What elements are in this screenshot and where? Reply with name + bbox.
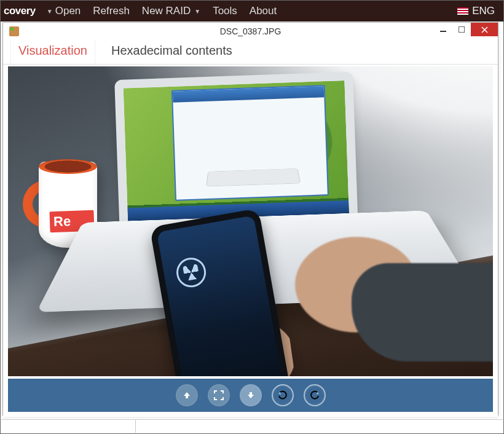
close-icon: [481, 26, 488, 33]
maximize-icon: [459, 26, 465, 33]
window-title: DSC_0387.JPG: [3, 26, 498, 36]
tab-hexadecimal-label: Hexadecimal contents: [111, 44, 232, 57]
minimize-icon: [440, 26, 446, 33]
minimize-button[interactable]: [434, 23, 452, 36]
chevron-down-icon: ▼: [194, 8, 200, 15]
app-icon: [9, 26, 19, 36]
menu-new-raid[interactable]: New RAID ▼: [142, 5, 200, 17]
viewer-area: Re: [3, 66, 498, 417]
main-menubar: covery ▼ Open Refresh New RAID ▼ Tools A…: [1, 1, 503, 22]
rotate-right-button[interactable]: [304, 384, 326, 406]
menu-tools-label: Tools: [213, 5, 237, 17]
titlebar[interactable]: DSC_0387.JPG: [3, 23, 498, 40]
preview-image[interactable]: Re: [8, 66, 493, 376]
preview-tabs: Visualization Hexadecimal contents: [3, 40, 498, 65]
menu-about[interactable]: About: [250, 5, 277, 17]
app-brand-fragment: covery: [4, 5, 36, 17]
image-toolbar: [8, 379, 493, 412]
close-button[interactable]: [471, 23, 498, 36]
svg-rect-0: [440, 31, 446, 32]
language-code: ENG: [472, 5, 495, 17]
maximize-button[interactable]: [452, 23, 471, 36]
menu-refresh[interactable]: Refresh: [93, 5, 130, 17]
splitter[interactable]: [135, 420, 136, 433]
arrow-up-icon: [182, 390, 192, 400]
undo-icon: [278, 390, 288, 400]
menu-tools[interactable]: Tools: [213, 5, 237, 17]
menu-about-label: About: [250, 5, 277, 17]
fullscreen-button[interactable]: [208, 384, 230, 406]
flag-uk-icon: [457, 7, 468, 15]
menu-open[interactable]: ▼ Open: [47, 5, 81, 17]
tab-visualization[interactable]: Visualization: [10, 37, 95, 64]
rotate-left-button[interactable]: [272, 384, 294, 406]
fullscreen-icon: [214, 390, 224, 400]
tab-visualization-label: Visualization: [18, 44, 87, 57]
svg-rect-1: [459, 26, 465, 33]
arrow-down-icon: [246, 390, 256, 400]
next-button[interactable]: [240, 384, 262, 406]
tab-hexadecimal[interactable]: Hexadecimal contents: [104, 39, 240, 64]
status-bar: [1, 419, 503, 433]
photo-hand-right: [290, 220, 493, 376]
language-selector[interactable]: ENG: [457, 5, 495, 17]
menu-open-label: Open: [55, 5, 81, 17]
previous-button[interactable]: [176, 384, 198, 406]
menu-new-raid-label: New RAID: [142, 5, 191, 17]
preview-window: DSC_0387.JPG Visualization Hexadecimal c…: [2, 22, 498, 416]
redo-icon: [310, 390, 320, 400]
menu-refresh-label: Refresh: [93, 5, 130, 17]
chevron-down-icon: ▼: [47, 8, 53, 15]
